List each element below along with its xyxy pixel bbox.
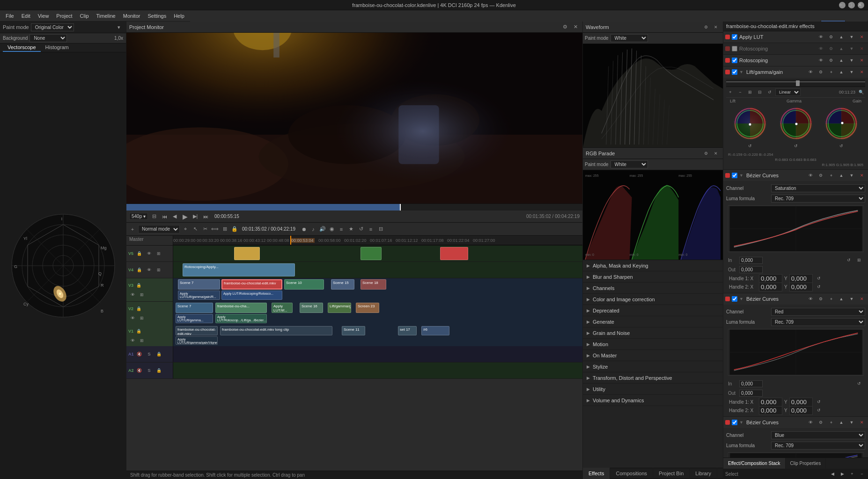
lgg-kf-copy[interactable]: ⊞	[746, 88, 754, 96]
effect-roto2-delete[interactable]: ✕	[858, 56, 866, 65]
effect-bezier-2-kf[interactable]: ⌖	[827, 295, 835, 303]
effect-bezier-1-kf[interactable]: ⌖	[827, 171, 835, 180]
bezier-1-h2y[interactable]	[789, 283, 813, 291]
effect-bezier-3-delete[interactable]: ✕	[858, 418, 866, 427]
track-a2-lock[interactable]: 🔒	[155, 366, 163, 375]
tl-mode-select[interactable]: Normal mode	[138, 225, 180, 233]
effect-bezier-1-delete[interactable]: ✕	[858, 171, 866, 180]
clip-v3-2[interactable]: Scene 10	[284, 279, 324, 290]
effect-lgg-enable[interactable]	[732, 69, 737, 75]
effects-cat-blur[interactable]: ▶ Blur and Sharpen	[583, 271, 723, 283]
clip-v2-3[interactable]: Apply LUT/lif...	[272, 303, 293, 313]
pm-close-icon[interactable]: ✕	[571, 23, 580, 31]
clip-v1-4[interactable]: #6	[421, 326, 449, 335]
effect-lut-up[interactable]: ▲	[837, 33, 846, 41]
effect-rotoscoping-2-enable[interactable]	[732, 58, 737, 63]
lgg-kf-remove[interactable]: −	[736, 88, 744, 96]
track-v2-eye[interactable]: 👁	[128, 314, 137, 322]
bezier-2-h1y[interactable]	[789, 398, 813, 406]
effect-lgg-kf[interactable]: ⌖	[827, 68, 835, 76]
effects-cat-grain[interactable]: ▶ Grain and Noise	[583, 327, 723, 339]
tl-lock-icon[interactable]: 🔒	[230, 225, 239, 233]
clip-v2-6[interactable]: Screen 23	[356, 303, 379, 313]
bezier-1-in[interactable]	[739, 257, 763, 264]
menu-clip[interactable]: Clip	[76, 12, 93, 20]
zoom-out-icon[interactable]: ⊟	[150, 212, 158, 221]
clip-v4-1[interactable]: Rotoscoping/Apply...	[183, 263, 295, 276]
clip-v2-1b[interactable]: Apply LUT/Lift/gamma...	[176, 314, 213, 323]
effects-cat-utility[interactable]: ▶ Utility	[583, 384, 723, 395]
bezier-1-h1y[interactable]	[789, 274, 813, 283]
tab-histogram[interactable]: Histogram	[41, 44, 74, 52]
clip-v1-3[interactable]: set 17	[398, 326, 417, 335]
lift-reset[interactable]: ↺	[746, 142, 754, 150]
track-v4-group[interactable]: ⊞	[154, 266, 163, 274]
track-v5-eye[interactable]: 👁	[145, 249, 153, 258]
bezier-2-h1-reset[interactable]: ↺	[815, 398, 823, 406]
menu-file[interactable]: File	[2, 12, 18, 20]
effect-bezier-1-eye[interactable]: 👁	[806, 171, 815, 180]
effect-apply-lut-enable[interactable]	[732, 34, 737, 40]
clip-v5-1[interactable]	[234, 247, 260, 260]
gain-wheel-svg[interactable]	[824, 106, 859, 141]
effect-bezier-1-settings[interactable]: ⚙	[817, 171, 825, 180]
bezier-1-reset[interactable]: ↺	[845, 256, 853, 264]
fr-remove-effect[interactable]: −	[858, 470, 866, 478]
lgg-kf-paste[interactable]: ⊟	[756, 88, 764, 96]
effect-bezier-2-settings[interactable]: ⚙	[817, 295, 825, 303]
track-a2-mute[interactable]: 🔇	[135, 366, 144, 375]
clip-v3-1b[interactable]: Apply LUT/Lift/gamma/gain/R...	[178, 290, 220, 300]
effects-cat-motion[interactable]: ▶ Motion	[583, 339, 723, 350]
effect-bezier-3-up[interactable]: ▲	[837, 418, 846, 427]
menu-timeline[interactable]: Timeline	[93, 12, 119, 20]
effect-roto2-eye[interactable]: 👁	[817, 56, 825, 65]
tl-cut-icon[interactable]: ✂	[201, 225, 209, 233]
waveform-mode-select[interactable]: White	[611, 34, 648, 42]
tl-more-icon[interactable]: ≡	[367, 225, 375, 233]
clip-v1-long[interactable]: framboise-ou-chocolat-edit.mkv long clip	[220, 326, 332, 335]
clip-v3-selected-b[interactable]: Apply LUT/Rotoscoping/Rotosco...	[221, 290, 282, 300]
close-btn[interactable]: ✕	[858, 2, 864, 8]
effects-cat-stylize[interactable]: ▶ Stylize	[583, 361, 723, 372]
paint-mode-select[interactable]: Original Color	[31, 23, 74, 31]
effect-bezier-3-kf[interactable]: ⌖	[827, 418, 835, 427]
effects-cat-transform[interactable]: ▶ Transform, Distort and Perspective	[583, 372, 723, 384]
collapse-btn[interactable]: ▾	[115, 23, 123, 31]
track-v2-group[interactable]: ⊞	[138, 314, 146, 322]
tl-star-icon[interactable]: ★	[347, 225, 355, 233]
effect-lgg-header[interactable]: ▼ Lift/gamma/gain 👁 ⚙ ⌖ ▲ ▼ ✕	[723, 66, 868, 78]
clip-v1-1b[interactable]: Apply LUT/Lift/gamma/gain/Vignette Effec…	[176, 336, 218, 345]
fr-add-effect[interactable]: +	[848, 470, 856, 478]
effect-lut-settings[interactable]: ⚙	[827, 33, 835, 41]
menu-monitor[interactable]: Monitor	[119, 12, 144, 20]
waveform-close-icon[interactable]: ✕	[712, 23, 720, 31]
pm-timeline-bar[interactable]	[126, 204, 582, 210]
menu-edit[interactable]: Edit	[18, 12, 34, 20]
effect-bezier-2-eye[interactable]: 👁	[806, 295, 815, 303]
tl-vol2-icon[interactable]: ◉	[328, 225, 336, 233]
clip-v3-1[interactable]: Scene 7	[178, 279, 220, 290]
track-v1-lock[interactable]: 🔒	[134, 327, 143, 335]
track-a1-solo[interactable]: S	[145, 350, 154, 358]
clip-v3-4[interactable]: Scene 18	[360, 279, 386, 290]
lift-wheel-svg[interactable]	[733, 106, 767, 141]
effect-lut-down[interactable]: ▼	[847, 33, 856, 41]
tl-snap-icon[interactable]: ⌖	[181, 225, 190, 233]
bezier-2-curve[interactable]	[728, 329, 864, 376]
effect-lgg-settings[interactable]: ⚙	[817, 68, 825, 76]
track-v1-group[interactable]: ⊞	[138, 336, 146, 345]
effects-cat-deprecated[interactable]: ▶ Deprecated	[583, 305, 723, 316]
tl-comp-icon[interactable]: ⊟	[376, 225, 385, 233]
clip-v3-selected[interactable]: framboise-ou-chocolat-edit.mkv	[221, 279, 282, 290]
track-v4-eye[interactable]: 👁	[145, 266, 153, 274]
clip-v5-2[interactable]	[360, 247, 382, 260]
gain-reset[interactable]: ↺	[837, 142, 846, 150]
bezier-2-h2y[interactable]	[789, 406, 813, 415]
effect-bezier-3-enable[interactable]	[732, 420, 737, 425]
lgg-kf-reset[interactable]: ↺	[765, 88, 774, 96]
effect-bezier-3-header[interactable]: ▼ Bézier Curves 👁 ⚙ ⌖ ▲ ▼ ✕	[723, 417, 868, 428]
tl-audio-icon[interactable]: ♪	[309, 225, 317, 233]
track-v1-eye[interactable]: 👁	[128, 336, 137, 345]
tab-effects[interactable]: Effects	[583, 468, 610, 479]
step-forward-icon[interactable]: ▶|	[191, 212, 199, 221]
